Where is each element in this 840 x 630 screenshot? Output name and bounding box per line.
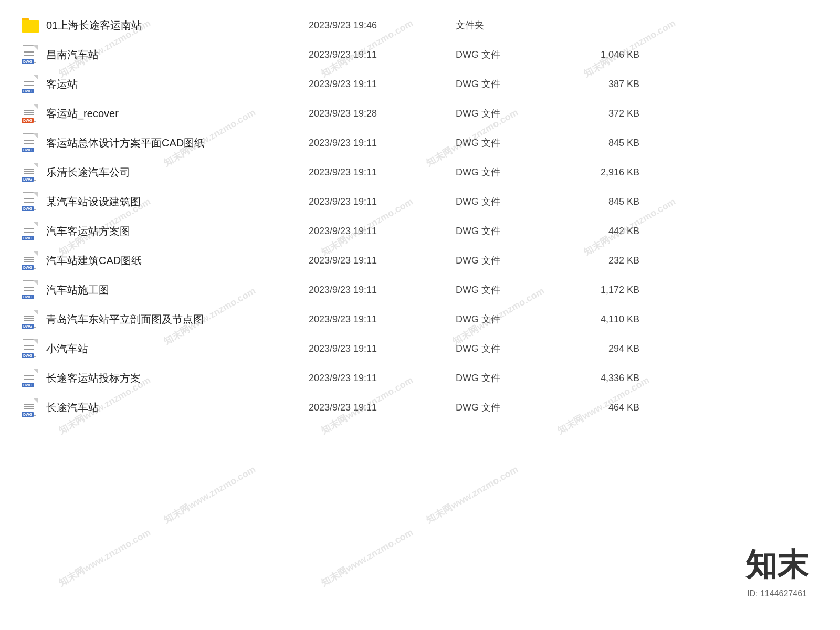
- file-name: 客运站_recover: [46, 107, 309, 121]
- file-type: DWG 文件: [456, 78, 561, 90]
- file-name: 某汽车站设设建筑图: [46, 195, 309, 209]
- dwg-file-icon: DWG: [23, 280, 38, 299]
- file-row[interactable]: DWG 汽车站施工图2023/9/23 19:11DWG 文件1,172 KB: [21, 275, 819, 304]
- file-size: 232 KB: [561, 255, 639, 266]
- file-row[interactable]: DWG 昌南汽车站2023/9/23 19:11DWG 文件1,046 KB: [21, 40, 819, 69]
- dwg-file-icon: DWG: [21, 163, 40, 182]
- dwg-file-icon: DWG: [23, 398, 38, 417]
- logo-id: ID: 1144627461: [746, 589, 808, 598]
- file-name: 汽车站建筑CAD图纸: [46, 254, 309, 268]
- file-row[interactable]: DWG 青岛汽车东站平立剖面图及节点图2023/9/23 19:11DWG 文件…: [21, 304, 819, 334]
- file-name: 长途客运站投标方案: [46, 371, 309, 385]
- file-type: DWG 文件: [456, 401, 561, 414]
- dwg-file-icon: DWG: [21, 45, 40, 64]
- file-row[interactable]: DWG 某汽车站设设建筑图2023/9/23 19:11DWG 文件845 KB: [21, 187, 819, 216]
- file-date: 2023/9/23 19:11: [309, 79, 456, 90]
- file-size: 4,110 KB: [561, 314, 639, 325]
- file-size: 387 KB: [561, 79, 639, 90]
- file-name: 客运站: [46, 77, 309, 91]
- file-row[interactable]: DWG 客运站_recover2023/9/23 19:28DWG 文件372 …: [21, 99, 819, 128]
- file-size: 294 KB: [561, 343, 639, 354]
- dwg-file-icon: DWG: [21, 280, 40, 299]
- file-date: 2023/9/23 19:11: [309, 402, 456, 413]
- dwg-file-icon: DWG: [21, 339, 40, 358]
- file-size: 1,046 KB: [561, 49, 639, 60]
- dwg-file-icon: DWG: [23, 104, 38, 123]
- file-row[interactable]: 01上海长途客运南站2023/9/23 19:46文件夹: [21, 10, 819, 40]
- dwg-file-icon: DWG: [21, 192, 40, 211]
- file-type: DWG 文件: [456, 372, 561, 384]
- file-date: 2023/9/23 19:11: [309, 285, 456, 296]
- file-row[interactable]: DWG 汽车站建筑CAD图纸2023/9/23 19:11DWG 文件232 K…: [21, 246, 819, 275]
- file-type: 文件夹: [456, 19, 561, 32]
- file-type: DWG 文件: [456, 48, 561, 61]
- file-row[interactable]: DWG 长途客运站投标方案2023/9/23 19:11DWG 文件4,336 …: [21, 363, 819, 393]
- file-date: 2023/9/23 19:11: [309, 138, 456, 149]
- file-row[interactable]: DWG 汽车客运站方案图2023/9/23 19:11DWG 文件442 KB: [21, 216, 819, 246]
- dwg-file-icon: DWG: [23, 369, 38, 387]
- watermark-text: 知末网www.znzmo.com: [56, 526, 153, 589]
- file-name: 长途汽车站: [46, 401, 309, 415]
- dwg-file-icon: DWG: [21, 310, 40, 329]
- watermark-text: 知末网www.znzmo.com: [424, 463, 520, 526]
- file-date: 2023/9/23 19:11: [309, 314, 456, 325]
- file-name: 汽车站施工图: [46, 283, 309, 297]
- file-date: 2023/9/23 19:11: [309, 49, 456, 60]
- file-type: DWG 文件: [456, 166, 561, 178]
- file-row[interactable]: DWG 客运站2023/9/23 19:11DWG 文件387 KB: [21, 69, 819, 99]
- file-list: 01上海长途客运南站2023/9/23 19:46文件夹 DWG 昌南汽车站20…: [0, 0, 840, 433]
- file-type: DWG 文件: [456, 284, 561, 296]
- file-date: 2023/9/23 19:11: [309, 226, 456, 237]
- dwg-file-icon: DWG: [21, 75, 40, 93]
- file-size: 1,172 KB: [561, 285, 639, 296]
- file-size: 845 KB: [561, 138, 639, 149]
- dwg-recover-icon: DWG: [21, 104, 40, 123]
- file-size: 2,916 KB: [561, 167, 639, 178]
- file-size: 442 KB: [561, 226, 639, 237]
- file-name: 昌南汽车站: [46, 48, 309, 62]
- dwg-file-icon: DWG: [23, 75, 38, 93]
- watermark-text: 知末网www.znzmo.com: [319, 526, 415, 589]
- file-size: 372 KB: [561, 108, 639, 119]
- file-type: DWG 文件: [456, 254, 561, 267]
- file-date: 2023/9/23 19:11: [309, 373, 456, 384]
- file-size: 845 KB: [561, 196, 639, 207]
- dwg-file-icon: DWG: [23, 339, 38, 358]
- dwg-file-icon: DWG: [23, 133, 38, 152]
- file-type: DWG 文件: [456, 195, 561, 208]
- dwg-file-icon: DWG: [23, 222, 38, 240]
- file-name: 01上海长途客运南站: [46, 18, 309, 33]
- folder-icon: [22, 18, 39, 33]
- file-date: 2023/9/23 19:11: [309, 343, 456, 354]
- dwg-file-icon: DWG: [23, 251, 38, 270]
- dwg-file-icon: DWG: [23, 192, 38, 211]
- file-type: DWG 文件: [456, 225, 561, 237]
- file-type: DWG 文件: [456, 342, 561, 355]
- file-row[interactable]: DWG 长途汽车站2023/9/23 19:11DWG 文件464 KB: [21, 393, 819, 422]
- file-size: 464 KB: [561, 402, 639, 413]
- file-row[interactable]: DWG 客运站总体设计方案平面CAD图纸2023/9/23 19:11DWG 文…: [21, 128, 819, 158]
- logo-area: 知末 ID: 1144627461: [746, 544, 808, 598]
- file-name: 汽车客运站方案图: [46, 224, 309, 238]
- dwg-file-icon: DWG: [21, 369, 40, 387]
- file-date: 2023/9/23 19:11: [309, 167, 456, 178]
- file-name: 青岛汽车东站平立剖面图及节点图: [46, 312, 309, 327]
- file-type: DWG 文件: [456, 107, 561, 120]
- file-row[interactable]: DWG 乐清长途汽车公司2023/9/23 19:11DWG 文件2,916 K…: [21, 158, 819, 187]
- file-name: 乐清长途汽车公司: [46, 165, 309, 180]
- watermark-text: 知末网www.znzmo.com: [161, 463, 258, 526]
- file-date: 2023/9/23 19:46: [309, 20, 456, 31]
- file-size: 4,336 KB: [561, 373, 639, 384]
- dwg-file-icon: DWG: [21, 398, 40, 417]
- file-date: 2023/9/23 19:11: [309, 255, 456, 266]
- dwg-file-icon: DWG: [23, 163, 38, 182]
- file-row[interactable]: DWG 小汽车站2023/9/23 19:11DWG 文件294 KB: [21, 334, 819, 363]
- file-date: 2023/9/23 19:11: [309, 196, 456, 207]
- dwg-file-icon: DWG: [23, 310, 38, 329]
- logo-main: 知末: [746, 544, 808, 586]
- dwg-file-icon: DWG: [21, 222, 40, 240]
- file-type: DWG 文件: [456, 136, 561, 149]
- file-name: 小汽车站: [46, 342, 309, 356]
- file-date: 2023/9/23 19:28: [309, 108, 456, 119]
- dwg-file-icon: DWG: [23, 45, 38, 64]
